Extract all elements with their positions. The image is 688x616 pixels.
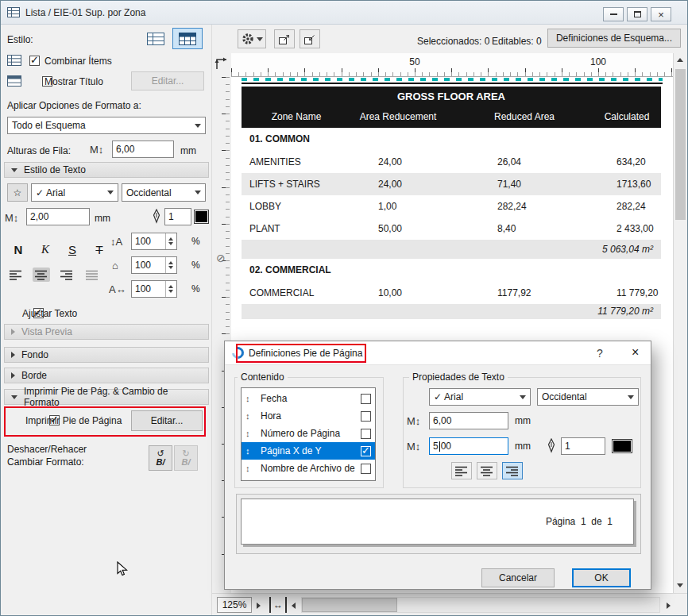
spinner-arrows[interactable] bbox=[165, 281, 173, 297]
underline-button[interactable]: S bbox=[61, 239, 83, 260]
font-size-icon: M↕ bbox=[5, 212, 18, 224]
apply-scheme-select[interactable]: Todo el Esquema bbox=[7, 117, 206, 134]
inject-parameters-button[interactable] bbox=[300, 29, 320, 48]
font-size-input[interactable]: 2,00 bbox=[26, 208, 90, 225]
dialog-script-select[interactable]: Occidental bbox=[537, 388, 639, 406]
list-item-hora[interactable]: ↕ Hora bbox=[242, 407, 375, 425]
table-cell: LIFTS + STAIRS bbox=[249, 173, 320, 195]
zoom-level-select[interactable]: 125% bbox=[217, 597, 252, 613]
footer-section-header[interactable]: Imprimir Pie de Pág. & Cambio de Formato bbox=[4, 389, 209, 405]
favorite-style-button[interactable]: ☆ bbox=[7, 183, 28, 202]
footer-content-list[interactable]: ↕ Fecha ↕ Hora ↕ Número de Página ↕ Pági… bbox=[241, 387, 376, 481]
ruler-origin-icon[interactable] bbox=[214, 56, 230, 72]
origin-marker-icon: ⊘ bbox=[216, 252, 226, 264]
cancel-button[interactable]: Cancelar bbox=[481, 568, 555, 587]
align-left-button[interactable] bbox=[7, 268, 25, 282]
pen-number-input[interactable]: 1 bbox=[164, 208, 191, 225]
ok-button[interactable]: OK bbox=[572, 568, 631, 587]
align-justify-button[interactable] bbox=[83, 268, 101, 282]
dialog-pen-color-swatch[interactable] bbox=[612, 439, 632, 453]
row-heights-label: Alturas de Fila: bbox=[7, 145, 71, 156]
strikethrough-button[interactable]: T bbox=[88, 239, 110, 260]
font-family-select[interactable]: ✓ Arial bbox=[31, 183, 118, 202]
dialog-help-button[interactable]: ? bbox=[597, 347, 603, 360]
window-icon bbox=[7, 7, 20, 17]
line-spacing-input[interactable]: 100 bbox=[131, 233, 177, 250]
dialog-align-center-button[interactable] bbox=[477, 462, 497, 479]
pick-up-parameters-button[interactable] bbox=[274, 29, 295, 48]
mouse-cursor bbox=[117, 561, 128, 577]
list-item-fecha[interactable]: ↕ Fecha bbox=[242, 390, 375, 407]
table-cell: 10,00 bbox=[378, 282, 402, 304]
dialog-titlebar[interactable]: Definiciones Pie de Página ? × bbox=[225, 341, 651, 365]
row-height-input[interactable]: 6,00 bbox=[112, 141, 174, 158]
list-item-pagina-x-de-y[interactable]: ↕ Página X de Y bbox=[242, 442, 375, 460]
dialog-font-size-input[interactable]: 500 bbox=[429, 437, 508, 455]
scroll-left-icon[interactable] bbox=[292, 603, 296, 609]
bold-button[interactable]: N bbox=[7, 239, 29, 260]
reorder-handle-icon[interactable]: ↕ bbox=[245, 446, 255, 456]
item-checkbox[interactable] bbox=[361, 446, 371, 456]
list-item-numero-de-pagina[interactable]: ↕ Número de Página bbox=[242, 425, 375, 442]
item-checkbox[interactable] bbox=[361, 429, 371, 439]
script-select[interactable]: Occidental bbox=[122, 183, 206, 202]
style-table-view-toggle[interactable] bbox=[172, 28, 203, 49]
vertical-scrollbar-thumb[interactable] bbox=[675, 69, 686, 220]
table-row: LIFTS + STAIRS 24,00 71,40 1713,60 bbox=[242, 173, 661, 195]
table-cell: 282,24 bbox=[616, 195, 646, 218]
zoom-menu-arrow-icon[interactable] bbox=[257, 603, 261, 609]
style-list-view-toggle[interactable] bbox=[141, 28, 171, 49]
combine-items-checkbox[interactable] bbox=[29, 56, 40, 66]
italic-button[interactable]: K bbox=[34, 239, 56, 260]
chevron-down-icon bbox=[628, 395, 634, 399]
text-style-section-header[interactable]: Estilo de Texto bbox=[4, 162, 209, 178]
fit-width-button[interactable]: ↔ bbox=[269, 597, 287, 613]
border-section-header[interactable]: Borde bbox=[4, 368, 209, 383]
char-spacing-input[interactable]: 100 bbox=[131, 280, 177, 298]
dialog-align-left-button[interactable] bbox=[451, 462, 472, 479]
scroll-right-icon[interactable] bbox=[667, 603, 671, 609]
minimize-button[interactable] bbox=[603, 7, 624, 21]
preview-section-header[interactable]: Vista Previa bbox=[4, 324, 209, 340]
pen-color-swatch[interactable] bbox=[194, 210, 209, 224]
edit-footer-button[interactable]: Editar... bbox=[131, 410, 203, 431]
char-spacing-icon: A↔ bbox=[109, 283, 126, 295]
dialog-font-family-select[interactable]: ✓ Arial bbox=[429, 388, 531, 406]
horizontal-scrollbar-thumb[interactable] bbox=[302, 598, 397, 612]
background-section-header[interactable]: Fondo bbox=[4, 347, 209, 363]
scroll-up-icon[interactable] bbox=[677, 58, 683, 62]
settings-gear-button[interactable] bbox=[238, 29, 266, 48]
spinner-arrows[interactable] bbox=[165, 233, 173, 249]
undo-format-button[interactable]: ↺ B/ bbox=[149, 445, 172, 471]
redo-format-button[interactable]: ↻ B/ bbox=[174, 445, 198, 471]
script-value: Occidental bbox=[126, 187, 172, 198]
horizontal-scrollbar[interactable] bbox=[301, 597, 660, 613]
reorder-handle-icon[interactable]: ↕ bbox=[245, 464, 255, 473]
align-center-button[interactable] bbox=[33, 268, 50, 282]
reorder-handle-icon[interactable]: ↕ bbox=[245, 429, 255, 438]
reorder-handle-icon[interactable]: ↕ bbox=[245, 394, 255, 403]
dialog-row-height-input[interactable]: 6,00 bbox=[429, 412, 508, 429]
close-button[interactable]: × bbox=[651, 7, 671, 21]
maximize-button[interactable] bbox=[627, 7, 647, 21]
window-titlebar[interactable]: Lista / EIE-01 Sup. por Zona bbox=[1, 1, 687, 25]
column-header: Zone Name bbox=[272, 106, 322, 128]
table-cell: 24,00 bbox=[378, 151, 402, 173]
align-right-button[interactable] bbox=[58, 268, 75, 282]
scroll-down-icon[interactable] bbox=[677, 583, 683, 587]
edit-title-button[interactable]: Editar... bbox=[131, 71, 204, 90]
dialog-close-button[interactable]: × bbox=[632, 345, 639, 360]
list-item-nombre-de-archivo[interactable]: ↕ Nombre de Archivo de ... bbox=[242, 460, 375, 477]
item-checkbox[interactable] bbox=[361, 394, 371, 404]
paragraph-spacing-input[interactable]: 100 bbox=[131, 256, 177, 274]
item-checkbox[interactable] bbox=[361, 411, 371, 422]
change-format-label: Cambiar Formato: bbox=[7, 456, 84, 468]
spinner-arrows[interactable] bbox=[165, 257, 173, 273]
vertical-scrollbar[interactable] bbox=[673, 53, 686, 593]
horizontal-ruler[interactable]: 50 100 bbox=[231, 53, 673, 77]
scheme-settings-button[interactable]: Definiciones de Esquema... bbox=[547, 29, 681, 48]
preview-statusbar: 125% ↔ bbox=[212, 593, 688, 616]
reorder-handle-icon[interactable]: ↕ bbox=[245, 411, 255, 421]
item-checkbox[interactable] bbox=[361, 464, 371, 474]
dialog-align-right-button[interactable] bbox=[502, 462, 523, 479]
